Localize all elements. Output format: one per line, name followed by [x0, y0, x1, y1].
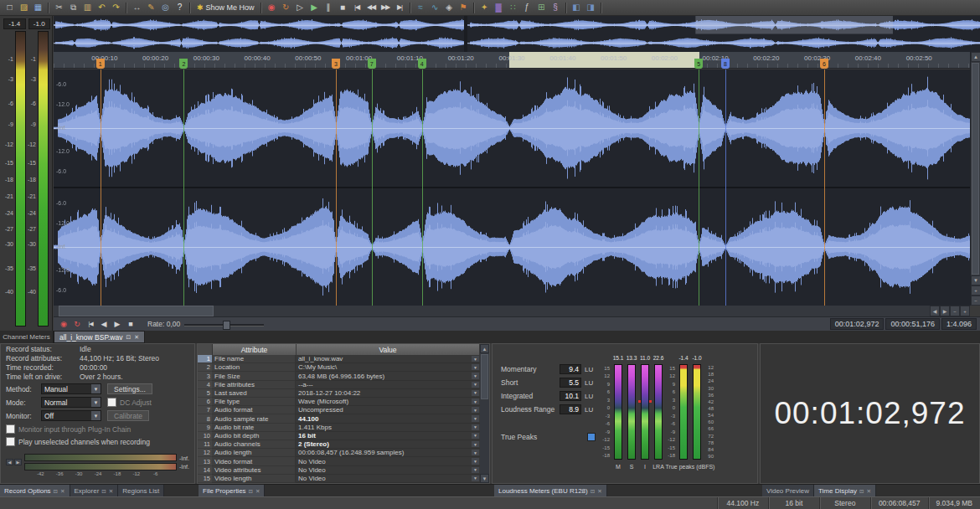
- chevron-down-icon[interactable]: ▼: [472, 450, 479, 455]
- event-tool-button[interactable]: ↔: [130, 2, 144, 14]
- scroll-down-button[interactable]: ▼: [480, 474, 489, 483]
- value-cell[interactable]: Wave (Microsoft)▼: [296, 398, 480, 406]
- chevron-down-icon[interactable]: ▼: [472, 398, 479, 404]
- table-row[interactable]: 9Audio bit rate1.411 Kbps▼: [198, 424, 480, 432]
- chevron-down-icon[interactable]: ▼: [472, 441, 479, 447]
- mode-dropdown[interactable]: Normal ▼: [41, 397, 101, 408]
- value-cell[interactable]: all_i_know.wav▼: [296, 355, 480, 363]
- zoom-out-vertical-button[interactable]: −: [971, 296, 980, 306]
- lock-event-button[interactable]: ◈: [442, 2, 456, 14]
- marker-flag[interactable]: 1: [96, 59, 105, 69]
- table-scroll-thumb[interactable]: [481, 354, 488, 399]
- table-scrollbar[interactable]: ▲ ▼: [480, 344, 489, 483]
- zoom-in-vertical-button[interactable]: +: [971, 285, 980, 296]
- chevron-down-icon[interactable]: ▼: [91, 384, 101, 393]
- panel-tab-loudness-meters-ebu-r128-[interactable]: Loudness Meters (EBU R128)⊡✕: [494, 485, 607, 497]
- chevron-down-icon[interactable]: ▼: [472, 364, 479, 370]
- attribute-column-header[interactable]: Attribute: [213, 344, 297, 355]
- timeline-ruler[interactable]: 00:00:1000:00:2000:00:3000:00:4000:00:50…: [54, 52, 970, 69]
- marker-flag[interactable]: 3: [332, 59, 340, 69]
- magnify-tool-button[interactable]: ◎: [158, 2, 173, 14]
- waveform-display[interactable]: -6.0-12.0-Inf.-12.0-6.0-6.0-12.0-Inf.-12…: [54, 69, 970, 306]
- table-row[interactable]: 14Video attributesNo Video▼: [198, 466, 480, 475]
- chevron-down-icon[interactable]: ▼: [472, 382, 479, 388]
- chevron-down-icon[interactable]: ▼: [472, 373, 479, 378]
- value-column-header[interactable]: Value: [297, 344, 480, 355]
- marker-flag[interactable]: 2: [179, 59, 188, 69]
- plugin-chain-button[interactable]: ⊞: [534, 2, 549, 14]
- value-cell[interactable]: --a---▼: [296, 381, 480, 389]
- scroll-down-button[interactable]: ▼: [971, 275, 980, 285]
- vertical-scroll-thumb[interactable]: [972, 63, 979, 275]
- scroll-right-button[interactable]: ▶: [940, 306, 950, 316]
- monitor-dropdown[interactable]: Off ▼: [41, 410, 101, 421]
- chevron-down-icon[interactable]: ▼: [472, 467, 479, 473]
- stop-button[interactable]: ■: [124, 318, 137, 330]
- pencil-tool-button[interactable]: ✎: [144, 2, 158, 14]
- table-row[interactable]: 11Audio channels2 (Stereo)▼: [198, 440, 480, 449]
- save-file-button[interactable]: ▦: [31, 2, 45, 14]
- horizontal-scrollbar[interactable]: ◀ ▶ − +: [54, 306, 970, 316]
- pin-icon[interactable]: ⊡: [101, 488, 106, 495]
- calibrate-button[interactable]: Calibrate: [107, 410, 149, 421]
- play-all-button[interactable]: ▷: [293, 2, 307, 14]
- go-to-end-button[interactable]: ▶|: [393, 2, 407, 14]
- play-button[interactable]: ▶: [111, 318, 124, 330]
- effects-button[interactable]: ƒ: [520, 2, 534, 14]
- table-row[interactable]: 6File typeWave (Microsoft)▼: [198, 398, 480, 406]
- marker-flag[interactable]: 8: [721, 59, 730, 69]
- chevron-down-icon[interactable]: ▼: [472, 433, 479, 439]
- scroll-up-button[interactable]: ▲: [480, 344, 489, 353]
- spectrum-analysis-button[interactable]: ▓: [492, 2, 506, 14]
- marker-flag[interactable]: 5: [694, 59, 703, 69]
- method-dropdown[interactable]: Manual ▼: [41, 383, 101, 394]
- value-cell[interactable]: 2018-12-27 10:04:22▼: [296, 389, 480, 398]
- rate-slider-thumb[interactable]: [223, 321, 230, 330]
- value-cell[interactable]: No Video▼: [296, 457, 480, 465]
- settings-button[interactable]: Settings...: [107, 383, 152, 394]
- chevron-down-icon[interactable]: ▼: [472, 424, 479, 430]
- chevron-down-icon[interactable]: ▼: [472, 476, 479, 481]
- chevron-down-icon[interactable]: ▼: [472, 407, 479, 413]
- table-row[interactable]: 5Last saved2018-12-27 10:04:22▼: [198, 389, 480, 398]
- monitor-plugin-chain-checkbox[interactable]: [6, 424, 15, 434]
- panel-tab-record-options[interactable]: Record Options⊡✕: [0, 485, 70, 497]
- insert-marker-button[interactable]: ⚑: [456, 2, 471, 14]
- chevron-down-icon[interactable]: ▼: [472, 458, 479, 464]
- horizontal-scroll-thumb[interactable]: [59, 306, 214, 316]
- value-cell[interactable]: C:\My Music\▼: [296, 363, 480, 372]
- loop-playback-button[interactable]: ↻: [279, 2, 293, 14]
- pin-icon[interactable]: ⊡: [859, 488, 864, 495]
- value-cell[interactable]: 1.411 Kbps▼: [296, 424, 480, 432]
- open-file-button[interactable]: ▨: [17, 2, 31, 14]
- close-icon[interactable]: ✕: [597, 488, 601, 495]
- help-button[interactable]: ?: [173, 2, 187, 14]
- table-row[interactable]: 4File attributes--a---▼: [198, 381, 480, 389]
- marker-flag[interactable]: 6: [820, 59, 828, 69]
- value-cell[interactable]: 44.100▼: [296, 414, 480, 423]
- panel-tab-file-properties[interactable]: File Properties⊡✕: [199, 485, 265, 497]
- rewind-button[interactable]: ◀◀: [364, 2, 379, 14]
- close-icon[interactable]: ✕: [866, 488, 870, 495]
- statistics-button[interactable]: ∷: [506, 2, 520, 14]
- vertical-scrollbar[interactable]: ▲ ▼ + −: [970, 52, 980, 306]
- marker-flag[interactable]: 7: [368, 59, 376, 69]
- true-peaks-indicator[interactable]: [587, 433, 596, 441]
- value-cell[interactable]: No Video▼: [296, 475, 480, 483]
- scroll-up-button[interactable]: ▲: [971, 52, 980, 62]
- chevron-down-icon[interactable]: ▼: [91, 411, 101, 420]
- pin-icon[interactable]: ⊡: [54, 488, 58, 495]
- copy-button[interactable]: ⧉: [66, 2, 80, 14]
- chevron-down-icon[interactable]: ▼: [91, 398, 101, 407]
- panel-tab-video-preview[interactable]: Video Preview: [762, 485, 814, 497]
- channel-meters-tab[interactable]: Channel Meters: [0, 331, 54, 343]
- dc-adjust-checkbox[interactable]: [107, 398, 116, 407]
- table-row[interactable]: 15Video lengthNo Video▼: [198, 475, 480, 483]
- close-icon[interactable]: ✕: [255, 488, 260, 495]
- rate-slider[interactable]: [184, 321, 264, 328]
- zoom-in-button[interactable]: +: [960, 306, 970, 316]
- document-tab[interactable]: all_i_know BSP.wav ⊡ ✕: [54, 331, 145, 343]
- record-button[interactable]: ◉: [265, 2, 279, 14]
- record-button[interactable]: ◉: [57, 318, 70, 330]
- go-to-start-button[interactable]: |◀: [350, 2, 364, 14]
